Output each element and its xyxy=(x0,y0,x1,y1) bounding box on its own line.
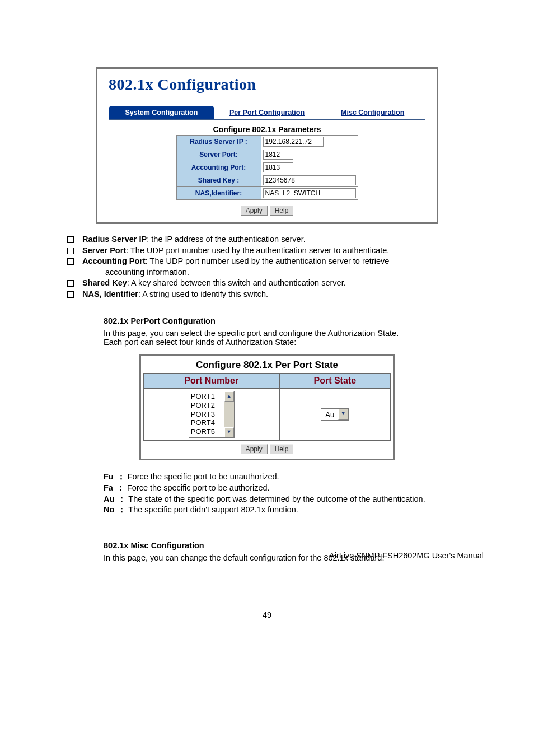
state-label: No xyxy=(104,505,114,516)
list-item[interactable]: PORT3 xyxy=(191,410,222,419)
section-text: Each port can select four kinds of Autho… xyxy=(104,338,484,347)
label-shared-key: Shared Key : xyxy=(176,174,261,187)
tab-misc-config[interactable]: Misc Configuration xyxy=(320,106,425,119)
label-accounting-port: Accounting Port: xyxy=(176,161,261,174)
colon: ： xyxy=(118,505,126,516)
apply-button[interactable]: Apply xyxy=(241,206,268,216)
square-bullet-icon xyxy=(67,280,74,287)
label-server-port: Server Port: xyxy=(176,148,261,161)
input-shared-key[interactable] xyxy=(263,175,356,185)
parameters-table: Radius Server IP : Server Port: Accounti… xyxy=(176,135,358,200)
desc-text-cont: accounting information. xyxy=(105,267,459,278)
panel-subtitle: Configure 802.1x Parameters xyxy=(104,125,430,134)
desc-text: : the IP address of the authentication s… xyxy=(147,235,305,244)
input-server-port[interactable] xyxy=(263,150,293,160)
scroll-down-icon[interactable]: ▼ xyxy=(224,427,234,437)
panel2-title: Configure 802.1x Per Port State xyxy=(141,360,393,371)
desc-text: : A key shared between this switch and a… xyxy=(127,278,346,287)
input-accounting-port[interactable] xyxy=(263,162,293,172)
section-heading-perport: 802.1x PerPort Configuration xyxy=(104,316,484,325)
list-item[interactable]: PORT1 xyxy=(191,392,222,401)
dropdown-value: Au xyxy=(321,410,338,419)
square-bullet-icon xyxy=(67,258,74,265)
tab-bar: System Configuration Per Port Configurat… xyxy=(109,106,425,120)
state-text: Force the specific port to be unauthoriz… xyxy=(128,472,279,483)
desc-text: : A string used to identify this switch. xyxy=(138,290,268,298)
colon: ： xyxy=(116,483,125,494)
desc-label: Radius Server IP xyxy=(82,235,147,244)
panel-title: 802.1x Configuration xyxy=(109,76,430,94)
port-state-table: Port Number Port State PORT1 PORT2 PORT3… xyxy=(143,373,391,441)
scroll-up-icon[interactable]: ▲ xyxy=(224,391,234,402)
square-bullet-icon xyxy=(67,291,74,298)
port-listbox[interactable]: PORT1 PORT2 PORT3 PORT4 PORT5 ▲ ▼ xyxy=(189,391,235,438)
input-radius-ip[interactable] xyxy=(263,137,324,147)
chevron-down-icon[interactable]: ▼ xyxy=(338,409,348,420)
input-nas-id[interactable] xyxy=(263,188,356,198)
desc-text: : The UDP port number used by the authen… xyxy=(146,256,390,265)
list-item[interactable]: PORT5 xyxy=(191,427,222,436)
port-list-items: PORT1 PORT2 PORT3 PORT4 PORT5 xyxy=(189,391,224,437)
state-label: Fa xyxy=(104,483,113,494)
state-label: Fu xyxy=(104,472,114,483)
desc-label: Accounting Port xyxy=(82,256,146,265)
desc-label: Shared Key xyxy=(82,278,127,287)
desc-text: : The UDP port number used by the authen… xyxy=(126,246,389,255)
col-port-state: Port State xyxy=(279,374,390,389)
state-text: Force the specific port to be authorized… xyxy=(127,483,270,494)
port-state-dropdown[interactable]: Au ▼ xyxy=(321,408,349,421)
square-bullet-icon xyxy=(67,236,74,243)
help-button[interactable]: Help xyxy=(270,444,294,454)
section-heading-misc: 802.1x Misc Configuration xyxy=(104,541,484,550)
tab-system-config[interactable]: System Configuration xyxy=(109,106,214,119)
parameter-descriptions: Radius Server IP: the IP address of the … xyxy=(67,234,459,300)
state-text: The specific port didn't support 802.1x … xyxy=(128,505,298,516)
per-port-state-panel: Configure 802.1x Per Port State Port Num… xyxy=(139,354,395,460)
help-button[interactable]: Help xyxy=(270,206,294,216)
config-panel-802-1x: 802.1x Configuration System Configuratio… xyxy=(96,67,438,224)
tab-per-port-config[interactable]: Per Port Configuration xyxy=(214,106,320,119)
section-text: In this page, you can select the specifi… xyxy=(104,329,484,338)
col-port-number: Port Number xyxy=(144,374,280,389)
state-text: The state of the specific port was deter… xyxy=(128,494,425,505)
label-radius-ip: Radius Server IP : xyxy=(176,136,261,148)
label-nas-id: NAS,Identifier: xyxy=(176,187,261,200)
state-label: Au xyxy=(104,494,114,505)
desc-label: NAS, Identifier xyxy=(82,290,138,298)
colon: ： xyxy=(118,494,126,505)
apply-button[interactable]: Apply xyxy=(241,444,268,454)
listbox-scrollbar: ▲ ▼ xyxy=(224,391,234,437)
page-number: 49 xyxy=(0,610,534,619)
desc-label: Server Port xyxy=(82,246,126,255)
list-item[interactable]: PORT2 xyxy=(191,401,222,410)
square-bullet-icon xyxy=(67,248,74,254)
colon: ： xyxy=(117,472,125,483)
state-descriptions: Fu：Force the specific port to be unautho… xyxy=(104,472,484,515)
list-item[interactable]: PORT4 xyxy=(191,418,222,427)
